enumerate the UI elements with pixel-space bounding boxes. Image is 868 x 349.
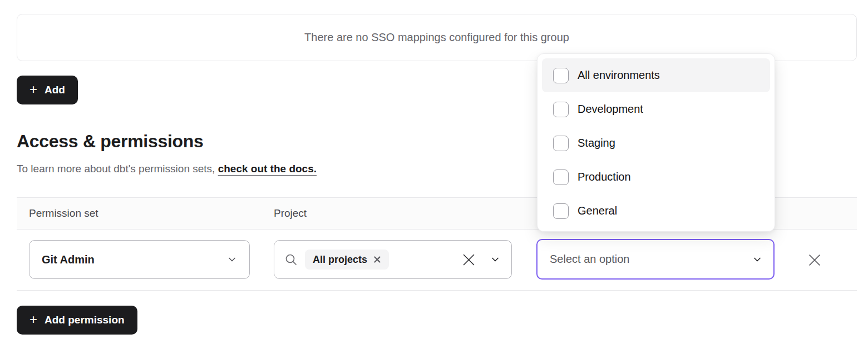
plus-icon: + [29, 83, 37, 96]
environment-select-placeholder: Select an option [550, 253, 629, 266]
checkbox-icon[interactable] [553, 68, 569, 83]
page-title: Access & permissions [17, 131, 204, 152]
remove-permission-row-button[interactable] [805, 250, 825, 270]
permission-set-select[interactable]: Git Admin [29, 240, 250, 279]
dropdown-option-general[interactable]: General [542, 194, 770, 228]
dropdown-option-development[interactable]: Development [542, 92, 770, 126]
close-icon [807, 252, 822, 268]
add-button-label: Add [45, 84, 65, 96]
chevron-down-icon [227, 255, 237, 265]
project-multiselect[interactable]: All projects [274, 240, 512, 279]
section-description: To learn more about dbt's permission set… [17, 163, 317, 175]
dropdown-option-all-environments[interactable]: All environments [542, 58, 770, 92]
search-icon [284, 253, 298, 266]
checkbox-icon[interactable] [553, 102, 569, 117]
checkbox-icon[interactable] [553, 169, 569, 185]
dropdown-option-production[interactable]: Production [542, 160, 770, 194]
chevron-down-icon [752, 255, 762, 265]
column-header-permission-set: Permission set [29, 198, 98, 229]
dropdown-option-label: Staging [578, 137, 615, 149]
dropdown-option-staging[interactable]: Staging [542, 126, 770, 160]
checkbox-icon[interactable] [553, 203, 569, 219]
checkbox-icon[interactable] [553, 136, 569, 151]
sso-empty-message: There are no SSO mappings configured for… [304, 31, 569, 44]
project-chip[interactable]: All projects [305, 250, 389, 270]
add-permission-button-label: Add permission [45, 314, 125, 326]
column-header-project: Project [274, 198, 307, 229]
chip-remove-icon[interactable] [373, 256, 381, 263]
add-sso-mapping-button[interactable]: + Add [17, 76, 78, 104]
plus-icon: + [29, 313, 37, 326]
environment-select[interactable]: Select an option [536, 239, 775, 280]
project-chip-label: All projects [313, 254, 367, 266]
section-description-text: To learn more about dbt's permission set… [17, 163, 218, 174]
group-settings-page: There are no SSO mappings configured for… [0, 0, 868, 349]
dropdown-option-label: Production [578, 171, 631, 183]
add-permission-button[interactable]: + Add permission [17, 306, 137, 335]
dropdown-option-label: All environments [578, 69, 660, 82]
docs-link[interactable]: check out the docs. [218, 163, 317, 174]
chevron-down-icon[interactable] [490, 255, 500, 265]
permission-set-value: Git Admin [42, 253, 95, 266]
clear-selection-icon[interactable] [462, 253, 476, 267]
environment-dropdown-panel: All environments Development Staging Pro… [537, 53, 775, 232]
dropdown-option-label: Development [578, 103, 643, 116]
dropdown-option-label: General [578, 205, 617, 217]
